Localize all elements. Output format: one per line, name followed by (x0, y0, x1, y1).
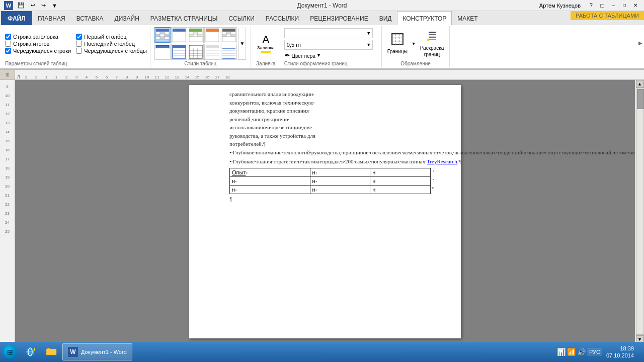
granicy-btn[interactable]: Границы (385, 31, 410, 57)
cb-banded-rows[interactable]: Чередующиеся строки (5, 48, 71, 54)
svg-rect-9 (165, 37, 169, 39)
raskraska-btn[interactable]: Раскраска границ (418, 31, 447, 57)
close-window-btn[interactable]: ✕ (631, 2, 640, 10)
size-dd-btn[interactable]: ▼ (365, 40, 373, 50)
style-btn-8[interactable] (188, 44, 204, 60)
cvet-pera-btn[interactable]: ✒ Цвет пера (284, 51, 315, 59)
zalivka-btn[interactable]: A Заливка (256, 32, 276, 55)
line-style-dd-btn[interactable]: ▼ (365, 28, 373, 38)
scroll-track[interactable] (636, 88, 644, 335)
cb-total-row[interactable]: Строка итогов (5, 41, 71, 47)
cb-first-col-input[interactable] (76, 34, 82, 40)
user-name[interactable]: Артем Кузнецов (539, 3, 581, 9)
restore-btn[interactable]: □ (598, 2, 607, 10)
word-task-btn[interactable]: W Документ1 - Word (62, 343, 132, 360)
maximize-window-btn[interactable]: □ (620, 2, 629, 10)
cb-banded-rows-input[interactable] (5, 48, 11, 54)
style-btn-10[interactable] (221, 44, 237, 60)
style-btn-6[interactable] (154, 44, 171, 60)
tab-file[interactable]: ФАЙЛ (1, 11, 32, 25)
tab-insert[interactable]: ВСТАВКА (71, 11, 109, 25)
svg-rect-29 (231, 34, 235, 37)
doc-canvas[interactable]: сравнительного·анализа·продукции· конкур… (15, 80, 635, 343)
table-cell-1-0[interactable]: н▪ (230, 176, 310, 185)
tray-icon-2[interactable]: 📶 (567, 348, 576, 356)
style-buttons-container (154, 27, 237, 60)
svg-rect-24 (222, 32, 226, 34)
doc-table-wrapper: Опыт▪ н▪ н ▪ н▪ (229, 168, 431, 202)
cb-first-col[interactable]: Первый столбец (76, 34, 147, 40)
tray-icon-1[interactable]: 📊 (557, 348, 566, 356)
style-btn-5[interactable] (221, 27, 237, 43)
svg-rect-0 (156, 29, 169, 32)
svg-rect-30 (222, 37, 235, 42)
cb-header-row-input[interactable] (5, 34, 11, 40)
tab-home[interactable]: ГЛАВНАЯ (32, 11, 71, 25)
tab-design[interactable]: ДИЗАЙН (109, 11, 145, 25)
lang-indicator[interactable]: РУС (587, 348, 602, 356)
minimize-btn[interactable]: ? (587, 2, 596, 10)
table-cell-0-2[interactable]: н ▪ (370, 168, 431, 176)
cb-last-col-input[interactable] (76, 41, 82, 47)
sys-tray: 📊 📶 🔊 РУС 18:39 07.10.2014 (557, 343, 643, 360)
size-input[interactable] (284, 40, 365, 50)
start-btn[interactable]: ⊞ (1, 343, 19, 360)
ie-icon (23, 345, 37, 359)
style-btn-7[interactable] (171, 44, 187, 60)
granicy-dd-btn[interactable]: ▼ (410, 31, 418, 57)
borders-icon (391, 33, 404, 48)
table-cell-0-1[interactable]: н▪ (310, 168, 370, 176)
tray-icon-3[interactable]: 🔊 (577, 348, 586, 356)
tab-mailings[interactable]: РАССЫЛКИ (260, 11, 304, 25)
save-qat-btn[interactable]: 💾 (16, 2, 26, 9)
customize-qat-btn[interactable]: ▼ (50, 2, 59, 9)
tab-references[interactable]: ССЫЛКИ (223, 11, 260, 25)
table-cell-2-1[interactable]: н▪ (310, 185, 370, 194)
text-line-5: использованию·и·презентации·для· (229, 123, 431, 132)
svg-rect-21 (206, 29, 219, 32)
table-cell-1-2[interactable]: н ▪ (370, 176, 431, 185)
work-table-label: РАБОТА С ТАБЛИЦАМИ (571, 11, 644, 20)
cb-last-col[interactable]: Последний столбец (76, 41, 147, 47)
style-btn-1[interactable] (154, 27, 171, 43)
tab-review[interactable]: РЕЦЕНЗИРОВАНИЕ (304, 11, 373, 25)
cb-banded-cols[interactable]: Чередующиеся столбцы (76, 48, 147, 54)
show-desktop-btn[interactable] (638, 343, 641, 360)
stili-content: ▼ (154, 27, 246, 60)
cb-header-row[interactable]: Строка заголовка (5, 34, 71, 40)
tab-maket[interactable]: МАКЕТ (452, 11, 483, 25)
style-btn-4[interactable] (204, 27, 220, 43)
cb-total-row-input[interactable] (5, 41, 11, 47)
explorer-btn[interactable] (41, 343, 61, 360)
obramleniye-content: Границы ▼ Раскраска (385, 27, 446, 60)
undo-qat-btn[interactable]: ↩ (29, 2, 37, 9)
tab-view[interactable]: ВИД (374, 11, 397, 25)
doc-page[interactable]: сравнительного·анализа·продукции· конкур… (189, 85, 461, 338)
style-dropdown-btn[interactable]: ▼ (238, 28, 246, 60)
right-scrollbar[interactable]: ▲ ▼ (635, 80, 644, 343)
tab-konstruktor[interactable]: КОНСТРУКТОР (397, 11, 452, 25)
minimize-window-btn[interactable]: – (609, 2, 618, 10)
ie-btn[interactable] (20, 343, 40, 360)
ruler-corner[interactable]: ⊞ (0, 70, 15, 79)
scroll-thumb[interactable] (637, 89, 644, 109)
table-cell-2-0[interactable]: н▪ (230, 185, 310, 194)
scroll-up-btn[interactable]: ▲ (636, 80, 644, 88)
table-cell-2-2[interactable]: н ▾ (370, 185, 431, 194)
redo-qat-btn[interactable]: ↪ (40, 2, 47, 9)
tab-pagelayout[interactable]: РАЗМЕТКА СТРАНИЦЫ (145, 11, 223, 25)
ribbon-expander[interactable]: ▶ (637, 25, 644, 60)
word-task-icon: W (68, 347, 78, 357)
parametry-label: Параметры стилей таблиц (5, 60, 67, 66)
cvet-pera-dd-btn[interactable]: ▼ (316, 53, 321, 58)
table-cell-1-1[interactable]: н▪ (310, 176, 370, 185)
svg-rect-23 (222, 29, 235, 32)
style-btn-9[interactable] (204, 44, 220, 60)
style-btn-2[interactable] (171, 27, 187, 43)
line-style-input[interactable] (284, 28, 365, 38)
doc-table[interactable]: Опыт▪ н▪ н ▪ н▪ (229, 168, 431, 194)
style-btn-3[interactable] (188, 27, 204, 43)
table-cell-0-0[interactable]: Опыт▪ (230, 168, 310, 176)
cb-banded-cols-input[interactable] (76, 48, 82, 54)
clock-display[interactable]: 18:39 07.10.2014 (604, 345, 636, 359)
